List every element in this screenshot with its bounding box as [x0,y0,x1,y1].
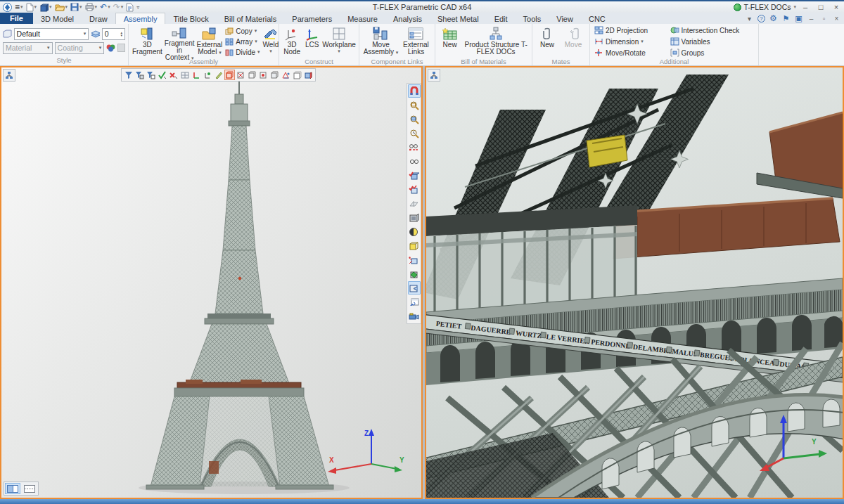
material-spheres-icon[interactable] [106,44,115,52]
maximize-button[interactable]: □ [816,3,826,11]
select-accept-icon[interactable] [157,70,167,80]
tab-analysis[interactable]: Analysis [385,13,430,24]
zoom-scale-icon[interactable] [408,112,421,126]
window-layout-icon[interactable]: ▣ [794,14,803,23]
minimize-button[interactable]: – [800,3,810,11]
material-select[interactable]: Material▾ [3,42,53,54]
new-3d-document-icon[interactable]: ▾ [39,2,53,13]
open-icon[interactable]: ▾ [54,2,69,13]
groups-button[interactable]: Groups [669,48,755,58]
box-view-icon[interactable] [408,211,421,224]
tab-edit[interactable]: Edit [487,13,516,24]
sketch-filter-icon[interactable] [213,70,224,80]
workplane-toggle-icon[interactable] [408,197,421,210]
coating-select[interactable]: Coating▾ [55,42,105,54]
tab-tools[interactable]: Tools [516,13,549,24]
customize-window-icon[interactable] [408,295,421,309]
node-filter-icon[interactable] [202,70,212,80]
tab-title-block[interactable]: Title Block [165,13,216,24]
tab-parameters[interactable]: Parameters [284,13,340,24]
divide-button[interactable]: Divide▾ [224,47,261,57]
show-elements-icon[interactable] [408,155,421,168]
tab-view[interactable]: View [549,13,581,24]
undo-icon[interactable]: ↶▾ [99,2,111,13]
new-document-icon[interactable]: ▾ [25,2,38,13]
model-structure-toggle-left[interactable] [3,69,15,82]
color-swatch[interactable] [117,44,125,52]
qat-customize-icon[interactable]: ▿ [136,2,140,13]
split-layout-icon[interactable] [22,483,37,494]
axes-cube-icon[interactable] [408,253,421,266]
settings-gear-icon[interactable]: ⚙ [769,13,778,23]
layer-number-spinner[interactable]: 0▴▾ [102,28,125,40]
weld-button[interactable]: Weld▾ [262,25,280,58]
redo-icon[interactable]: ↷▾ [113,2,124,13]
clip-view-icon[interactable] [408,281,421,295]
tab-draw[interactable]: Draw [82,13,115,24]
lcs-filter-icon[interactable] [191,70,201,80]
layers-icon[interactable] [91,30,100,38]
render-mode-icon[interactable] [408,225,421,238]
flag-icon[interactable]: ⚑ [781,14,791,23]
filter-icon[interactable] [123,70,134,80]
face-filter-icon[interactable] [236,70,246,80]
help-icon[interactable]: ? [757,15,765,22]
vertex-filter-icon[interactable] [258,70,269,80]
tab-measure[interactable]: Measure [340,13,385,24]
mates-move-button[interactable]: Move [561,25,586,58]
ribbon-collapse-icon[interactable]: ▾ [745,15,754,22]
filter-body-icon[interactable] [146,70,156,80]
fragment-in-context-button[interactable]: Fragment in Context ▾ [164,25,196,58]
array-button[interactable]: Array▾ [224,37,261,46]
filter-fragment-icon[interactable] [134,70,145,80]
hide-elements-icon[interactable] [408,141,421,154]
workplane-filter-icon[interactable] [179,70,190,80]
style-select[interactable]: Default▾ [14,28,89,40]
check-surface-icon[interactable] [408,183,421,196]
bom-new-button[interactable]: New [438,25,461,58]
viewport-left[interactable]: Z Y X [0,66,423,499]
tab-assembly[interactable]: Assembly [115,13,166,24]
check-model-icon[interactable] [408,169,421,182]
select-cancel-icon[interactable] [168,70,179,80]
print-icon[interactable]: ▾ [84,2,98,13]
3d-node-button[interactable]: 3D Node [282,25,302,58]
edge-filter-icon[interactable] [247,70,257,80]
dimension-button[interactable]: Dimension▾ [593,37,669,46]
3d-fragment-button[interactable]: 3D Fragment [132,25,163,58]
move-assembly-button[interactable]: Move Assembly ▾ [362,25,399,58]
tab-sheet-metal[interactable]: Sheet Metal [430,13,487,24]
move-rotate-button[interactable]: Move/Rotate [593,48,669,58]
tflex-docs-button[interactable]: T-FLEX DOCs ▾ [734,3,796,11]
copy-button[interactable]: Copy▾ [224,26,261,36]
viewport-right[interactable]: PETIET DAGUERRE WURTZ LE VERRIER PERDONN… [425,66,844,499]
tab-bill-of-materials[interactable]: Bill of Materials [217,13,285,24]
body-filter-icon[interactable] [269,70,280,80]
variables-button[interactable]: Variables [669,37,755,46]
solid-filter-icon[interactable] [224,70,235,80]
save-icon[interactable]: ▾ [70,2,83,13]
zoom-window-icon[interactable] [408,98,421,112]
main-menu-icon[interactable]: ≡▾ [14,2,24,13]
app-logo-icon[interactable] [2,2,13,13]
shaded-face-icon[interactable] [408,267,421,280]
zoom-previous-icon[interactable] [408,127,421,140]
tab-cnc[interactable]: CNC [581,13,613,24]
tab-3d-model[interactable]: 3D Model [33,13,82,24]
tab-file[interactable]: File [0,13,33,24]
doc-restore-icon[interactable]: ▫ [819,15,829,22]
annotation-filter-icon[interactable] [281,70,291,80]
mates-new-button[interactable]: New [535,25,559,58]
external-model-button[interactable]: External Model ▾ [196,25,224,58]
model-structure-toggle-right[interactable] [428,69,440,82]
mesh-filter-icon[interactable] [303,70,314,80]
product-structure-button[interactable]: Product Structure T-FLEX DOCs [463,25,529,58]
surface-filter-icon[interactable] [292,70,302,80]
close-button[interactable]: × [831,3,841,11]
camera-icon[interactable] [408,309,421,323]
2d-projection-button[interactable]: 2D Projection [593,25,669,35]
wireframe-icon[interactable] [408,239,421,252]
external-links-button[interactable]: External Links [400,25,432,58]
split-vertical-icon[interactable] [5,483,20,494]
lcs-button[interactable]: LCS [302,25,321,58]
